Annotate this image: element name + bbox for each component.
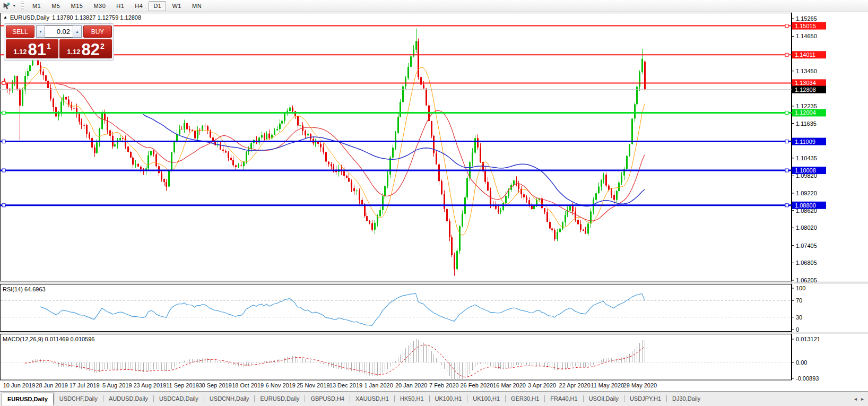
date-tick-label[interactable]: 5 Aug 2019 [102, 382, 132, 388]
hline-marker[interactable] [785, 111, 788, 114]
tab-audusd-daily[interactable]: AUDUSD,Daily [103, 393, 153, 405]
tf-button-m1[interactable]: M1 [28, 1, 46, 11]
tab-scroll-left-icon[interactable]: ◂ [854, 396, 857, 402]
hline-marker[interactable] [785, 140, 788, 143]
tab-scroll-nav: ◂ ▸ [854, 396, 868, 402]
buy-price-main: 82 [82, 42, 100, 57]
date-tick-label[interactable]: 29 May 2020 [623, 382, 657, 388]
tab-dj30-daily[interactable]: DJ30,Daily [667, 393, 706, 405]
toolbar-grip[interactable] [21, 2, 24, 10]
tf-button-m15[interactable]: M15 [66, 1, 88, 11]
price-tick-label: 1.08020 [796, 224, 817, 231]
hline-marker[interactable] [785, 169, 788, 172]
tab-usoil-daily[interactable]: USOil,Daily [584, 393, 624, 405]
volume-increase-button[interactable]: ▲ [73, 25, 82, 38]
hline-marker[interactable] [2, 81, 5, 84]
hline-marker[interactable] [2, 169, 5, 172]
hline-price-label: 1.13034 [795, 80, 816, 86]
tf-button-w1[interactable]: W1 [167, 1, 186, 11]
date-tick-label[interactable]: 16 Mar 2020 [493, 382, 526, 388]
rsi-tick-label: 100 [796, 285, 805, 291]
collapse-triangle-icon[interactable]: ▲ [3, 15, 7, 20]
tab-usdcnh-daily[interactable]: USDCNH,Daily [204, 393, 255, 405]
rsi-tick-label: 70 [796, 297, 802, 304]
volume-decrease-button[interactable]: ▼ [36, 25, 45, 38]
tf-button-m5[interactable]: M5 [47, 1, 65, 11]
tf-button-m30[interactable]: M30 [89, 1, 110, 11]
tab-usdcad-daily[interactable]: USDCAD,Daily [154, 393, 204, 405]
date-tick-label[interactable]: 20 Jan 2020 [395, 382, 428, 388]
sell-price-pipette: 1 [47, 42, 51, 50]
tab-gbpusd-h4[interactable]: GBPUSD,H4 [305, 393, 350, 405]
rsi-tick-label: 0 [796, 326, 799, 333]
date-tick-label[interactable]: 3 Apr 2020 [528, 382, 556, 388]
tf-button-d1[interactable]: D1 [149, 1, 166, 11]
date-tick-label[interactable]: 28 Jun 2019 [36, 382, 68, 388]
macd-tick-label: 0.00 [796, 359, 807, 366]
tab-fra40-h1[interactable]: FRA40,H1 [545, 393, 583, 405]
chart-tab-bar: EURUSD,DailyUSDCHF,DailyAUDUSD,DailyUSDC… [0, 391, 868, 406]
tf-button-h4[interactable]: H4 [130, 1, 147, 11]
hline-price-label: 1.10008 [795, 167, 816, 174]
price-tick-label: 1.13450 [796, 68, 817, 74]
hline-price-label: 1.11009 [795, 139, 815, 145]
price-tick-label: 1.14650 [796, 33, 817, 39]
hline-marker[interactable] [2, 140, 5, 143]
tab-eurusd-daily[interactable]: EURUSD,Daily [2, 393, 54, 405]
sell-price-prefix: 1.12 [13, 48, 27, 56]
hline-marker[interactable] [2, 204, 5, 207]
price-tick-label: 1.11635 [796, 120, 817, 127]
chart-ohlc: 1.13780 1.13827 1.12759 1.12808 [52, 14, 141, 21]
sell-price-display[interactable]: 1.12811 [6, 39, 58, 58]
tab-usdjpy-h1[interactable]: USDJPY,H1 [624, 393, 666, 405]
sell-price-main: 81 [28, 42, 46, 57]
date-tick-label[interactable]: 7 Feb 2020 [429, 382, 459, 388]
volume-input[interactable]: 0.02 [45, 25, 73, 38]
one-click-trading-panel: SELL ▼ 0.02 ▲ BUY 1.12811 1.12822 [4, 23, 114, 61]
date-tick-label[interactable]: 11 Sep 2019 [166, 382, 199, 388]
tab-uk100-h1[interactable]: UK100,H1 [430, 393, 467, 405]
chart-canvas[interactable]: 1.152651.146501.134501.122351.116351.104… [0, 12, 868, 391]
date-tick-label[interactable]: 17 Jul 2019 [70, 382, 100, 388]
chart-symbol: EURUSD,Daily [10, 14, 49, 21]
hline-marker[interactable] [785, 204, 788, 207]
timeframe-buttons: M1M5M15M30H1H4D1W1MN [27, 1, 207, 11]
date-tick-label[interactable]: 23 Aug 2019 [134, 382, 167, 388]
tab-scroll-right-icon[interactable]: ▸ [861, 396, 864, 402]
price-tick-label: 1.12235 [796, 103, 817, 109]
hline-marker[interactable] [785, 24, 788, 28]
date-tick-label[interactable]: 6 Nov 2019 [266, 382, 296, 388]
hline-price-label: 1.15015 [795, 23, 816, 29]
macd-tick-label: 0.013121 [796, 336, 820, 342]
date-tick-label[interactable]: 18 Oct 2019 [232, 382, 264, 388]
date-tick-label[interactable]: 13 Dec 2019 [329, 382, 362, 388]
tab-xauusd-h1[interactable]: XAUUSD,H1 [350, 393, 394, 405]
sell-button[interactable]: SELL [6, 25, 34, 38]
tab-usdchf-daily[interactable]: USDCHF,Daily [54, 393, 103, 405]
date-tick-label[interactable]: 25 Nov 2019 [297, 382, 329, 388]
date-tick-label[interactable]: 1 Jan 2020 [364, 382, 393, 388]
tf-button-mn[interactable]: MN [187, 1, 206, 11]
hline-marker[interactable] [2, 111, 5, 114]
tab-hk50-h1[interactable]: HK50,H1 [395, 393, 429, 405]
buy-price-display[interactable]: 1.12822 [59, 39, 112, 58]
date-tick-label[interactable]: 11 May 2020 [591, 382, 624, 388]
tf-button-h1[interactable]: H1 [111, 1, 129, 11]
volume-spinner: ▼ 0.02 ▲ [36, 25, 82, 38]
price-tick-label: 1.06205 [796, 277, 817, 283]
macd-tick-label: -0.00893 [796, 375, 819, 382]
toolbar-dropdown-caret[interactable]: ▼ [12, 4, 18, 8]
date-tick-label[interactable]: 22 Apr 2020 [559, 382, 591, 388]
date-tick-label[interactable]: 10 Jun 2019 [3, 382, 36, 388]
hline-marker[interactable] [785, 53, 788, 56]
hline-price-label: 1.12004 [795, 109, 816, 116]
tab-uk100-h1[interactable]: UK100,H1 [467, 393, 505, 405]
cursor-crosshair-icon[interactable] [2, 2, 11, 11]
date-tick-label[interactable]: 30 Sep 2019 [198, 382, 231, 388]
buy-button[interactable]: BUY [83, 25, 112, 38]
date-tick-label[interactable]: 26 Feb 2020 [461, 382, 493, 388]
macd-indicator-label: MACD(12,26,9) 0.011469 0.010596 [3, 336, 94, 342]
tab-ger30-h1[interactable]: GER30,H1 [506, 393, 544, 405]
tab-eurusd-daily[interactable]: EURUSD,Daily [255, 393, 305, 405]
current-price-label: 1.12808 [795, 87, 816, 93]
